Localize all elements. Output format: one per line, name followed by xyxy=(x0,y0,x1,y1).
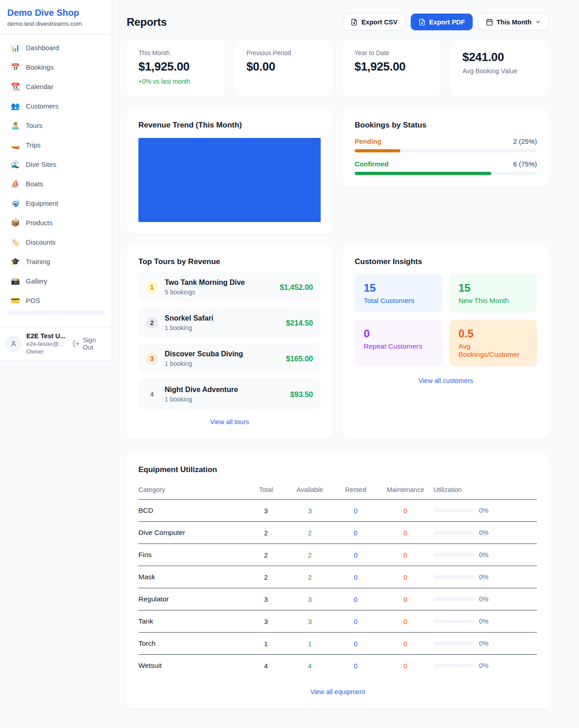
table-row: Fins 2 2 0 0 0% xyxy=(138,544,537,566)
tile-label: Repeat Customers xyxy=(364,342,433,350)
user-email: e2e-tester@... xyxy=(26,340,66,347)
cell-utilization: 0% xyxy=(479,529,489,536)
sidebar-header: Demo Dive Shop demo.test.divestreams.com xyxy=(0,0,112,34)
cell-maintenance: 0 xyxy=(403,507,407,515)
trips-icon: 🚤 xyxy=(11,141,20,149)
stat-this-month: This Month $1,925.00 +0% vs last month xyxy=(127,40,225,97)
sidebar-item-gallery[interactable]: 📸Gallery xyxy=(4,272,108,290)
cell-rented: 0 xyxy=(354,618,357,625)
cell-maintenance: 0 xyxy=(403,529,407,537)
cell-maintenance: 0 xyxy=(403,596,407,603)
tile-value: 15 xyxy=(459,282,528,294)
cell-maintenance: 0 xyxy=(403,551,407,559)
cell-utilization: 0% xyxy=(479,640,489,647)
sidebar-item-pos[interactable]: 💳POS xyxy=(4,291,108,309)
sidebar-item-label: Training xyxy=(26,258,50,265)
bookings-icon: 📅 xyxy=(11,63,20,71)
training-icon: 🎓 xyxy=(11,257,20,266)
cell-category: Torch xyxy=(138,633,246,655)
sidebar-item-tours[interactable]: 🏝️Tours xyxy=(4,116,108,134)
revenue-trend-title: Revenue Trend (This Month) xyxy=(138,121,321,130)
utilization-bar xyxy=(433,597,474,601)
tour-revenue: $214.50 xyxy=(286,319,313,327)
sidebar-item-customers[interactable]: 👥Customers xyxy=(4,97,108,115)
stat-value: $1,925.00 xyxy=(138,60,213,74)
chevron-down-icon xyxy=(535,19,541,25)
sidebar-item-label: Bookings xyxy=(26,63,54,71)
export-csv-button[interactable]: Export CSV xyxy=(343,14,405,30)
shop-domain: demo.test.divestreams.com xyxy=(7,20,104,27)
sidebar-item-discounts[interactable]: 🏷️Discounts xyxy=(4,233,108,251)
sidebar-item-trips[interactable]: 🚤Trips xyxy=(4,136,108,154)
bookings-by-status-title: Bookings by Status xyxy=(355,121,537,130)
tour-name: Discover Scuba Diving xyxy=(165,350,279,358)
tour-revenue: $93.50 xyxy=(290,390,313,399)
tour-bookings: 1 booking xyxy=(165,360,279,367)
status-count: 2 (25%) xyxy=(513,137,537,145)
view-all-customers-link[interactable]: View all customers xyxy=(355,377,537,384)
export-pdf-label: Export PDF xyxy=(429,19,465,26)
user-meta: E2E Test U... e2e-tester@... Owner xyxy=(26,332,66,355)
stat-previous-period: Previous Period $0.00 xyxy=(235,40,333,97)
view-all-tours-link[interactable]: View all tours xyxy=(138,418,321,425)
sidebar-item-dashboard[interactable]: 📊Dashboard xyxy=(4,38,108,57)
cell-category: Mask xyxy=(138,566,246,588)
active-nav-highlight xyxy=(7,311,104,315)
stat-value: $241.00 xyxy=(462,50,537,64)
tour-revenue: $1,452.00 xyxy=(280,283,313,292)
table-row: Wetsuit 4 4 0 0 0% xyxy=(138,655,537,677)
sidebar-item-products[interactable]: 📦Products xyxy=(4,213,108,232)
cell-maintenance: 0 xyxy=(403,662,407,670)
sidebar-nav: 📊Dashboard 📅Bookings 📆Calendar 👥Customer… xyxy=(0,34,112,327)
cell-utilization: 0% xyxy=(479,551,489,558)
stat-label: Year to Date xyxy=(355,49,429,57)
export-pdf-button[interactable]: Export PDF xyxy=(411,14,473,30)
sidebar-item-label: Boats xyxy=(26,180,43,188)
cell-available: 1 xyxy=(308,640,312,648)
sidebar-item-label: Products xyxy=(26,219,52,227)
tour-bookings: 5 bookings xyxy=(165,288,273,296)
sign-out-icon xyxy=(73,340,80,347)
cell-available: 4 xyxy=(308,662,312,670)
tour-bookings: 1 booking xyxy=(165,324,279,331)
tile-value: 15 xyxy=(364,282,433,294)
tour-name: Two Tank Morning Dive xyxy=(165,279,273,287)
sidebar-item-label: Dashboard xyxy=(26,44,59,52)
products-icon: 📦 xyxy=(11,218,20,227)
sidebar-item-equipment[interactable]: 🤿Equipment xyxy=(4,194,108,212)
sidebar-item-label: Tours xyxy=(26,122,43,129)
sidebar-item-boats[interactable]: ⛵Boats xyxy=(4,175,108,193)
cell-rented: 0 xyxy=(354,529,357,537)
boats-icon: ⛵ xyxy=(11,180,20,188)
equipment-icon: 🤿 xyxy=(11,199,20,208)
period-dropdown[interactable]: This Month xyxy=(478,14,549,30)
revenue-trend-chart xyxy=(138,138,321,222)
avatar xyxy=(5,336,22,352)
reports-page: Demo Dive Shop demo.test.divestreams.com… xyxy=(0,0,579,728)
status-bar-track xyxy=(355,149,537,152)
customer-insights-card: Customer Insights 15 Total Customers 15 … xyxy=(343,246,549,438)
tours-icon: 🏝️ xyxy=(11,121,20,130)
tile-label: Avg Bookings/Customer xyxy=(459,342,528,359)
sidebar-item-calendar[interactable]: 📆Calendar xyxy=(4,77,108,95)
pos-icon: 💳 xyxy=(11,296,20,305)
equipment-utilization-card: Equipment Utilization Category Total Ava… xyxy=(127,454,549,709)
stat-year-to-date: Year to Date $1,925.00 xyxy=(343,40,441,97)
cell-available: 3 xyxy=(308,618,312,625)
view-all-equipment-link[interactable]: View all equipment xyxy=(138,688,537,695)
sidebar-item-training[interactable]: 🎓Training xyxy=(4,252,108,270)
sidebar-item-label: Trips xyxy=(26,141,41,149)
sidebar: Demo Dive Shop demo.test.divestreams.com… xyxy=(0,0,112,360)
sidebar-item-dive-sites[interactable]: 🌊Dive Sites xyxy=(4,155,108,173)
sidebar-item-bookings[interactable]: 📅Bookings xyxy=(4,58,108,76)
tile-total-customers: 15 Total Customers xyxy=(355,274,442,312)
cell-total: 3 xyxy=(246,500,286,522)
sign-out-button[interactable]: Sign Out xyxy=(73,336,106,351)
cell-rented: 0 xyxy=(354,640,357,648)
shop-name: Demo Dive Shop xyxy=(7,8,104,18)
cell-available: 3 xyxy=(308,596,312,603)
col-utilization: Utilization xyxy=(433,482,537,500)
table-row: Dive Computer 2 2 0 0 0% xyxy=(138,522,537,544)
tile-label: Total Customers xyxy=(364,297,433,305)
tour-row: 4 Night Dive Adventure 1 booking $93.50 xyxy=(138,379,321,409)
